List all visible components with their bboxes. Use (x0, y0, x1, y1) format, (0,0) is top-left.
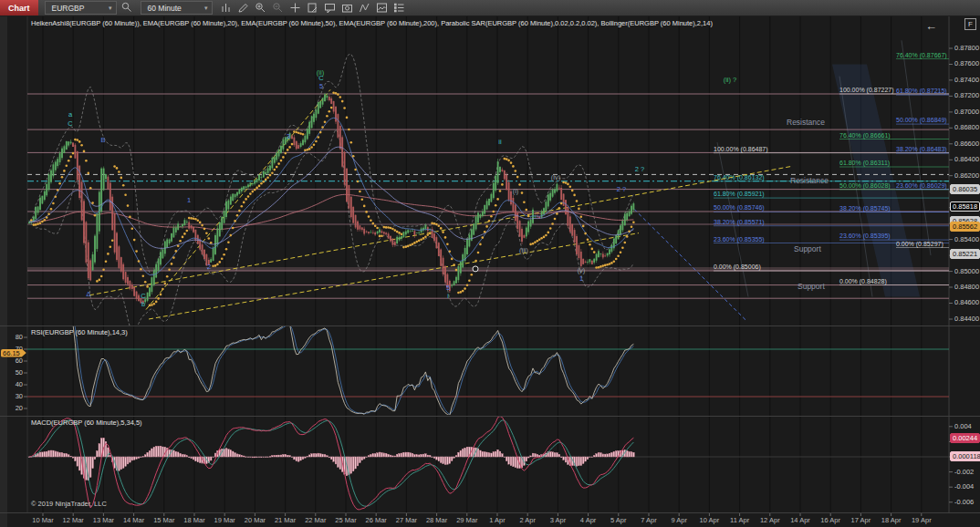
fib-label: 50.00% (0.86028) (839, 182, 891, 190)
candle-body (346, 169, 348, 202)
sar-dot (506, 158, 508, 160)
chevron-down-icon: ▾ (204, 5, 208, 12)
sar-dot (186, 230, 189, 232)
candle-body (339, 126, 341, 149)
candle-body (42, 196, 44, 204)
sar-dot (177, 244, 180, 247)
macd-histogram-bar (399, 453, 401, 457)
candle-body (480, 214, 482, 218)
sar-dot (50, 208, 53, 211)
tab-chart[interactable]: Chart (0, 0, 38, 16)
macd-histogram-bar (311, 454, 313, 457)
candle-body (390, 236, 391, 242)
chart-trader-icon[interactable] (306, 2, 320, 14)
macd-badge: 0.000118 (950, 451, 980, 461)
date-tick-label: 19 Apr (906, 516, 937, 524)
macd-histogram-bar (188, 457, 190, 458)
macd-histogram-bar (460, 450, 462, 457)
candle-body (527, 222, 529, 232)
candle-body (546, 202, 547, 211)
candle-body (274, 157, 276, 162)
macd-histogram-bar (585, 457, 587, 461)
macd-histogram-bar (232, 451, 234, 457)
macd-histogram-bar (57, 452, 58, 457)
snapshot-icon[interactable] (340, 2, 355, 14)
sar-dot (127, 204, 130, 207)
chart-canvas[interactable]: 100.00% (0.86487)76.40% (0.86132)61.80% … (0, 0, 980, 527)
candle-body (458, 266, 460, 280)
sar-dot (85, 160, 88, 162)
candle-body (615, 235, 617, 243)
sar-dot (453, 264, 455, 266)
macd-histogram-bar (322, 454, 324, 457)
macd-histogram-bar (39, 452, 41, 457)
candle-body (440, 250, 442, 266)
search-icon[interactable] (120, 1, 134, 13)
candle-body (352, 207, 354, 223)
crosshair-icon[interactable] (288, 2, 303, 14)
macd-histogram-bar (241, 455, 243, 457)
fib-label: 61.80% (0.87215) (896, 88, 947, 95)
sar-dot (624, 242, 627, 244)
candle-body (620, 225, 621, 234)
candle-body (574, 230, 576, 243)
chart-style-icon[interactable] (219, 2, 234, 14)
macd-histogram-bar (392, 456, 394, 457)
zoom-out-icon[interactable] (271, 2, 286, 14)
candle-body (291, 136, 293, 139)
macd-histogram-bar (297, 457, 299, 461)
instrument-select[interactable]: EURGBP ▾ (45, 1, 117, 15)
sar-dot (604, 264, 607, 267)
macd-histogram-bar (307, 457, 308, 458)
macd-histogram-bar (401, 453, 402, 457)
sar-dot (182, 236, 184, 239)
candle-body (236, 192, 238, 196)
sar-dot (168, 268, 171, 271)
axis-fixed-scale-button[interactable]: F (964, 18, 976, 30)
drawing-tools-icon[interactable] (236, 2, 251, 14)
macd-histogram-bar (366, 457, 368, 458)
sar-dot (69, 156, 72, 159)
chart-properties-icon[interactable] (375, 2, 390, 14)
candle-body (46, 184, 47, 195)
sar-dot (122, 184, 125, 187)
sar-dot (149, 305, 151, 307)
candle-body (541, 212, 543, 218)
date-tick-label: 16 Apr (815, 516, 846, 524)
candle-body (410, 232, 412, 232)
sar-dot (584, 232, 587, 235)
sar-dot (418, 240, 421, 243)
zigzag-line-icon[interactable] (358, 2, 372, 14)
sar-dot (462, 290, 464, 293)
candle-body (322, 98, 324, 105)
candle-body (105, 174, 107, 180)
sar-dot (61, 176, 64, 179)
candle-body (276, 153, 277, 160)
wave-label: ii (498, 138, 502, 146)
fib-label: 38.20% (0.85571) (714, 219, 765, 226)
sar-dot (153, 303, 156, 305)
sar-dot (341, 100, 344, 103)
price-tick-label: 0.86200 (954, 172, 979, 180)
interval-select[interactable]: 60 Minute ▾ (141, 1, 213, 15)
back-arrow-icon[interactable]: ← (925, 19, 937, 33)
alert-callout-icon[interactable] (323, 2, 338, 14)
sar-dot (319, 131, 322, 134)
macd-histogram-bar (611, 452, 613, 457)
sar-dot (197, 220, 200, 222)
candle-body (335, 107, 337, 122)
macd-histogram-bar (42, 452, 44, 457)
sar-dot (576, 200, 579, 202)
macd-histogram-bar (491, 453, 493, 457)
sar-dot (532, 243, 535, 245)
data-series-icon[interactable] (392, 2, 407, 14)
candle-body (338, 114, 339, 138)
macd-histogram-bar (136, 457, 138, 460)
zoom-in-icon[interactable] (254, 2, 268, 14)
candle-body (225, 202, 227, 217)
wave-label: C (318, 74, 324, 82)
sar-dot (78, 140, 81, 143)
wave-label: C (68, 119, 73, 128)
candle-body (506, 175, 507, 191)
sar-dot (118, 170, 120, 173)
